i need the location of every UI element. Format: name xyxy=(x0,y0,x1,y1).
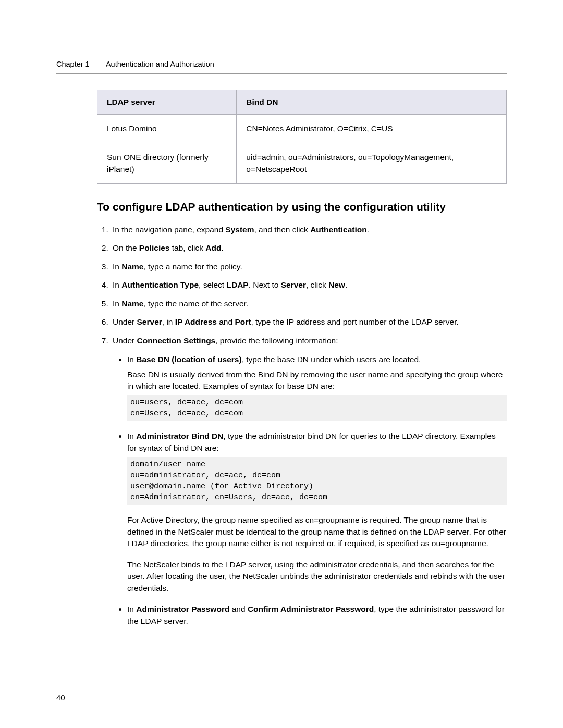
page-header: Chapter 1 Authentication and Authorizati… xyxy=(56,60,507,68)
ldap-table: LDAP server Bind DN Lotus Domino CN=Note… xyxy=(97,90,507,184)
list-item: Under Server, in IP Address and Port, ty… xyxy=(111,316,507,328)
chapter-title: Authentication and Authorization xyxy=(106,60,214,68)
page: Chapter 1 Authentication and Authorizati… xyxy=(0,0,563,728)
table-header-binddn: Bind DN xyxy=(237,90,507,115)
table-cell: uid=admin, ou=Administrators, ou=Topolog… xyxy=(237,143,507,184)
table-row: Sun ONE directory (formerly iPlanet) uid… xyxy=(97,143,507,184)
list-item: In Authentication Type, select LDAP. Nex… xyxy=(111,279,507,291)
sub-list: In Base DN (location of users), type the… xyxy=(113,354,507,627)
paragraph: The NetScaler binds to the LDAP server, … xyxy=(127,559,507,594)
table-header-server: LDAP server xyxy=(97,90,237,115)
chapter-label: Chapter 1 xyxy=(56,60,90,68)
steps-list: In the navigation pane, expand System, a… xyxy=(97,224,507,627)
paragraph: Base DN is usually derived from the Bind… xyxy=(127,369,507,392)
paragraph: For Active Directory, the group name spe… xyxy=(127,514,507,549)
code-block: domain/user name ou=administrator, dc=ac… xyxy=(127,457,507,505)
code-block: ou=users, dc=ace, dc=com cn=Users, dc=ac… xyxy=(127,395,507,421)
list-item: In Administrator Password and Confirm Ad… xyxy=(127,603,507,627)
table-cell: Sun ONE directory (formerly iPlanet) xyxy=(97,143,237,184)
table-row: Lotus Domino CN=Notes Administrator, O=C… xyxy=(97,115,507,143)
list-item: In Base DN (location of users), type the… xyxy=(127,354,507,421)
list-item: On the Policies tab, click Add. xyxy=(111,242,507,254)
list-item: In Name, type a name for the policy. xyxy=(111,261,507,273)
content-area: LDAP server Bind DN Lotus Domino CN=Note… xyxy=(97,90,507,627)
list-item: In the navigation pane, expand System, a… xyxy=(111,224,507,236)
table-header-row: LDAP server Bind DN xyxy=(97,90,507,115)
page-number: 40 xyxy=(56,693,65,702)
table-cell: CN=Notes Administrator, O=Citrix, C=US xyxy=(237,115,507,143)
list-item: Under Connection Settings, provide the f… xyxy=(111,335,507,627)
table-cell: Lotus Domino xyxy=(97,115,237,143)
list-item: In Name, type the name of the server. xyxy=(111,298,507,310)
header-divider xyxy=(56,73,507,74)
section-heading: To configure LDAP authentication by usin… xyxy=(97,200,507,214)
list-item: In Administrator Bind DN, type the admin… xyxy=(127,430,507,594)
